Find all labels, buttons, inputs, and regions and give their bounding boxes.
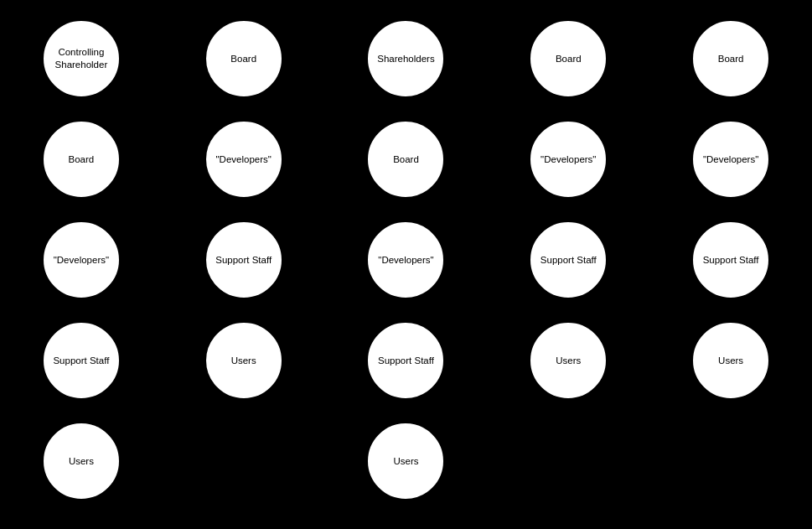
- circle-board-r0c3: Board: [530, 21, 606, 96]
- org-chart-grid: Controlling Shareholder Board Shareholde…: [0, 0, 812, 529]
- circle-support-staff-r2c1: Support Staff: [206, 222, 282, 298]
- cell-r4c2: Users: [325, 411, 488, 511]
- cell-r2c2: "Developers": [325, 210, 488, 310]
- cell-r4c4-empty: [649, 411, 812, 511]
- cell-r0c2: Shareholders: [325, 8, 488, 109]
- circle-developers-r1c3: "Developers": [530, 122, 606, 197]
- circle-board-r0c4: Board: [693, 21, 768, 96]
- circle-shareholders: Shareholders: [368, 21, 443, 96]
- cell-r4c1-empty: [163, 411, 325, 511]
- circle-users-r4c2: Users: [368, 423, 443, 499]
- circle-users-r4c0: Users: [44, 423, 119, 499]
- cell-r3c4: Users: [649, 310, 812, 411]
- circle-support-staff-r3c0: Support Staff: [44, 323, 119, 398]
- cell-r3c0: Support Staff: [0, 310, 163, 411]
- circle-users-r3c1: Users: [206, 323, 282, 398]
- cell-r1c1: "Developers": [163, 109, 325, 210]
- circle-support-staff-r3c2: Support Staff: [368, 323, 443, 398]
- cell-r0c1: Board: [163, 8, 325, 109]
- circle-users-r3c3: Users: [530, 323, 606, 398]
- cell-r1c2: Board: [325, 109, 488, 210]
- circle-board-r0c1: Board: [206, 21, 282, 96]
- cell-r3c1: Users: [163, 310, 325, 411]
- cell-r0c4: Board: [649, 8, 812, 109]
- cell-r2c3: Support Staff: [487, 210, 649, 310]
- circle-board-r1c2: Board: [368, 122, 443, 197]
- cell-r3c2: Support Staff: [325, 310, 488, 411]
- circle-board-r1c0: Board: [44, 122, 119, 197]
- circle-developers-r2c0: "Developers": [44, 222, 119, 298]
- cell-r1c4: "Developers": [649, 109, 812, 210]
- cell-r4c0: Users: [0, 411, 163, 511]
- cell-r0c3: Board: [487, 8, 649, 109]
- circle-support-staff-r2c3: Support Staff: [530, 222, 606, 298]
- circle-support-staff-r2c4: Support Staff: [693, 222, 768, 298]
- cell-r3c3: Users: [487, 310, 649, 411]
- cell-r2c1: Support Staff: [163, 210, 325, 310]
- circle-developers-r1c4: "Developers": [693, 122, 768, 197]
- cell-r0c0: Controlling Shareholder: [0, 8, 163, 109]
- cell-r2c0: "Developers": [0, 210, 163, 310]
- circle-developers-r1c1: "Developers": [206, 122, 282, 197]
- cell-r1c0: Board: [0, 109, 163, 210]
- cell-r1c3: "Developers": [487, 109, 649, 210]
- circle-developers-r2c2: "Developers": [368, 222, 443, 298]
- cell-r4c3-empty: [487, 411, 649, 511]
- circle-controlling-shareholder: Controlling Shareholder: [44, 21, 119, 96]
- circle-users-r3c4: Users: [693, 323, 768, 398]
- cell-r2c4: Support Staff: [649, 210, 812, 310]
